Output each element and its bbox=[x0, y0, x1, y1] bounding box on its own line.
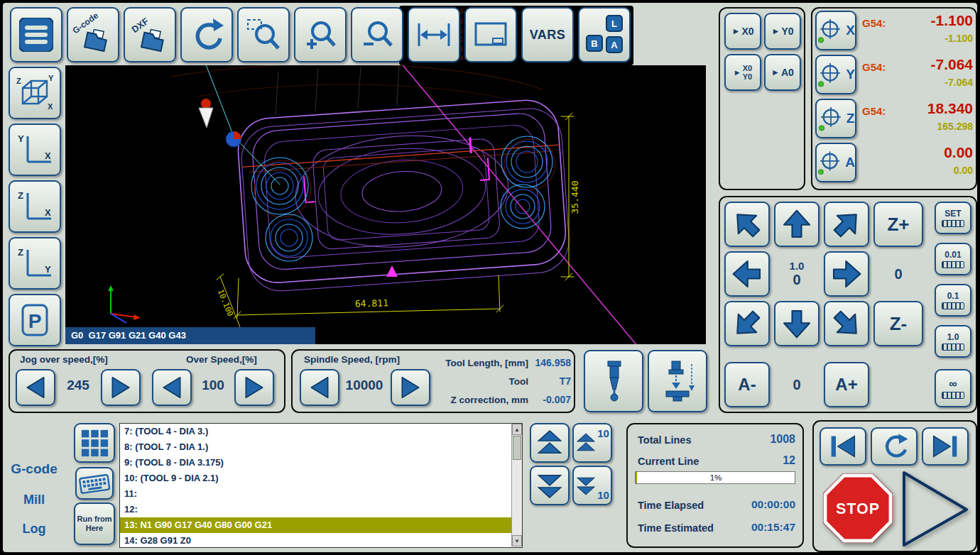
triangle-left-icon bbox=[25, 375, 46, 400]
jog-a-plus-button[interactable]: A+ bbox=[824, 362, 869, 407]
over-speed-increase-button[interactable] bbox=[234, 369, 274, 406]
svg-text:X: X bbox=[48, 102, 53, 111]
jog-left-button[interactable] bbox=[724, 251, 770, 297]
gcode-line[interactable]: 7: (TOOL 4 - DIA 3.) bbox=[120, 424, 512, 439]
jog-speed-decrease-button[interactable] bbox=[16, 369, 55, 406]
measure-width-button[interactable] bbox=[408, 7, 460, 62]
gcode-line[interactable]: 12: bbox=[120, 502, 512, 517]
probe-button[interactable] bbox=[584, 350, 643, 412]
over-speed-value: 100 bbox=[195, 378, 232, 393]
mdi-keyboard-button[interactable] bbox=[75, 467, 114, 500]
svg-text:X: X bbox=[45, 207, 51, 218]
zoom-fit-button[interactable] bbox=[237, 7, 290, 62]
view-zy-button[interactable]: Z Y bbox=[9, 237, 61, 290]
tab-gcode[interactable]: G-code bbox=[4, 461, 64, 477]
dro-a-value: 0.00 bbox=[895, 144, 973, 161]
jog-right-button[interactable] bbox=[824, 251, 869, 297]
spindle-speed-decrease-button[interactable] bbox=[300, 369, 339, 406]
jog-z-plus-button[interactable]: Z+ bbox=[873, 202, 923, 247]
gcode-line[interactable]: 13: N1 G90 G17 G40 G80 G00 G21 bbox=[120, 517, 512, 533]
vars-button[interactable]: VARS bbox=[521, 7, 574, 62]
tab-log[interactable]: Log bbox=[4, 522, 64, 537]
jog-step-10-button[interactable]: 1.0 bbox=[935, 325, 971, 358]
gcode-page-down-button[interactable] bbox=[530, 466, 570, 505]
goto-a0-button[interactable]: ► A0 bbox=[764, 54, 801, 91]
arrow-down-left-icon bbox=[731, 307, 763, 340]
skip-to-start-icon bbox=[826, 432, 860, 461]
goto-y0-button[interactable]: ► Y0 bbox=[764, 13, 801, 50]
zoom-out-button[interactable] bbox=[351, 7, 403, 62]
jog-speed-increase-button[interactable] bbox=[101, 369, 141, 406]
screen-frame-button[interactable] bbox=[464, 7, 517, 62]
jog-down-left-button[interactable] bbox=[724, 301, 770, 346]
gcode-down-10-button[interactable]: 10 bbox=[572, 466, 612, 505]
dro-y-machine: -7.064 bbox=[895, 77, 973, 88]
jog-up-button[interactable] bbox=[774, 202, 820, 247]
rewind-reset-button[interactable] bbox=[871, 427, 918, 466]
scroll-thumb[interactable] bbox=[513, 436, 521, 460]
stop-button[interactable]: STOP bbox=[822, 470, 893, 546]
refresh-button[interactable] bbox=[180, 7, 233, 62]
gcode-line[interactable]: 11: bbox=[120, 486, 512, 502]
axis-a-zero-button[interactable]: A bbox=[815, 143, 856, 182]
probe-icon bbox=[594, 358, 633, 404]
gcode-line[interactable]: 10: (TOOL 9 - DIA 2.1) bbox=[120, 471, 512, 486]
play-step-button[interactable] bbox=[922, 427, 969, 466]
skip-to-start-button[interactable] bbox=[820, 427, 866, 466]
axis-x-zero-button[interactable]: X bbox=[815, 11, 856, 50]
jog-z-minus-button[interactable]: Z- bbox=[873, 301, 923, 346]
jog-up-left-button[interactable] bbox=[724, 202, 770, 247]
view-zx-button[interactable]: Z X bbox=[9, 180, 61, 233]
jog-step-continuous-button[interactable]: ∞ bbox=[935, 369, 971, 407]
keyboard-shortcuts-button[interactable]: L B A bbox=[578, 7, 631, 62]
park-button[interactable]: P bbox=[9, 294, 61, 346]
gcode-page-up-button[interactable] bbox=[530, 423, 570, 463]
jog-down-right-button[interactable] bbox=[824, 301, 869, 346]
toolpath-viewport[interactable]: 64.811 35.440 10.100 G0 G17 G91 G21 G40 … bbox=[65, 65, 706, 344]
scroll-up-button[interactable]: ▲ bbox=[512, 424, 522, 435]
open-gcode-icon: G-code bbox=[71, 13, 115, 57]
dimension-height-label: 35.440 bbox=[570, 181, 580, 214]
tab-mill[interactable]: Mill bbox=[4, 493, 64, 507]
jog-set-button[interactable]: SET bbox=[935, 202, 971, 234]
goto-x0-button[interactable]: ► X0 bbox=[724, 13, 761, 50]
scroll-down-button[interactable]: ▼ bbox=[512, 535, 522, 546]
menu-button[interactable] bbox=[10, 7, 62, 62]
zoom-in-button[interactable] bbox=[294, 7, 347, 62]
jog-speed-value: 245 bbox=[58, 378, 98, 393]
spindle-speed-increase-button[interactable] bbox=[391, 369, 430, 406]
jog-a-minus-button[interactable]: A- bbox=[724, 362, 770, 407]
dro-z-value: 18.340 bbox=[895, 100, 973, 117]
view-yx-button[interactable]: Y X bbox=[9, 123, 61, 176]
jog-step-01-button[interactable]: 0.1 bbox=[935, 284, 971, 317]
tool-length-measure-button[interactable] bbox=[648, 350, 707, 412]
run-from-here-button[interactable]: Run from Here bbox=[74, 502, 115, 545]
over-speed-decrease-button[interactable] bbox=[152, 369, 192, 406]
jog-step-001-button[interactable]: 0.01 bbox=[935, 243, 971, 275]
open-gcode-button[interactable]: G-code bbox=[67, 7, 119, 62]
dimension-depth-label: 10.100 bbox=[216, 288, 235, 318]
jog-down-button[interactable] bbox=[774, 301, 820, 346]
jump-up-count: 10 bbox=[597, 427, 609, 439]
view-iso-button[interactable]: Z Y X bbox=[9, 67, 61, 119]
toolpath-wireframe: 64.811 35.440 10.100 bbox=[65, 65, 706, 344]
progress-text: 1% bbox=[636, 472, 796, 485]
gcode-line[interactable]: 9: (TOOL 8 - DIA 3.175) bbox=[120, 455, 512, 471]
gcode-line[interactable]: 14: G28 G91 Z0 bbox=[120, 533, 512, 548]
play-button[interactable] bbox=[896, 467, 973, 548]
open-dxf-button[interactable]: DXF bbox=[124, 7, 176, 62]
jog-up-right-button[interactable] bbox=[824, 202, 869, 247]
svg-text:Z: Z bbox=[18, 190, 23, 201]
arrow-down-icon bbox=[780, 307, 813, 340]
wcs-label-x: G54: bbox=[862, 17, 886, 29]
goto-x0y0-button[interactable]: ► X0 Y0 bbox=[724, 54, 761, 91]
axis-y-zero-button[interactable]: Y bbox=[815, 55, 856, 94]
jump-down-count: 10 bbox=[597, 489, 609, 501]
gcode-line[interactable]: 8: (TOOL 7 - DIA 1.) bbox=[120, 439, 512, 455]
gcode-up-10-button[interactable]: 10 bbox=[572, 423, 612, 463]
gcode-scrollbar[interactable]: ▲ ▼ bbox=[511, 424, 522, 546]
jog-step-display: 1.0 0 bbox=[774, 251, 820, 297]
gcode-list[interactable]: 7: (TOOL 4 - DIA 3.) 8: (TOOL 7 - DIA 1.… bbox=[119, 423, 523, 548]
axis-z-zero-button[interactable]: Z bbox=[815, 99, 856, 138]
gcode-grid-view-button[interactable] bbox=[74, 423, 115, 463]
